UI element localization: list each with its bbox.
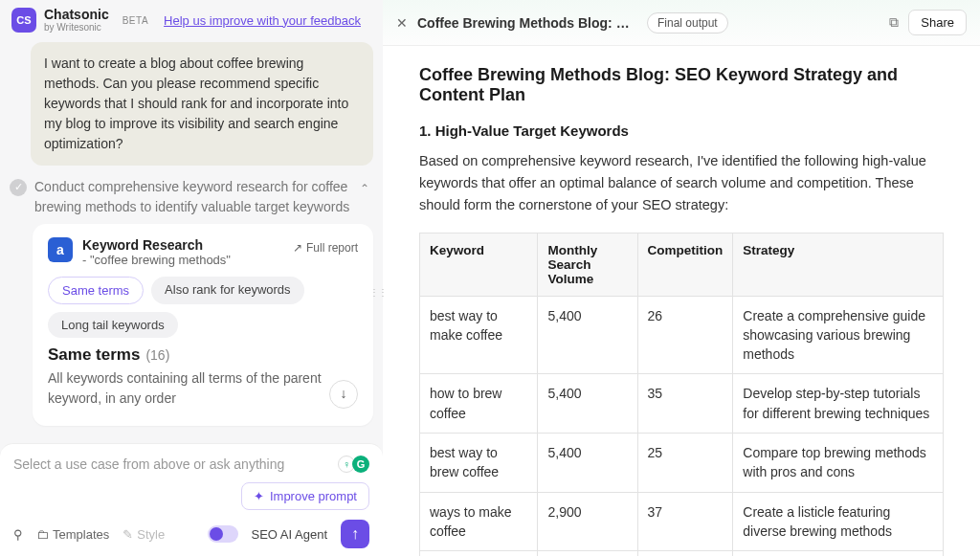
style-label: Style <box>137 527 165 542</box>
col-volume: Monthly Search Volume <box>538 233 637 296</box>
table-cell: how to brew coffee <box>420 374 538 434</box>
final-output-pill: Final output <box>647 12 728 33</box>
brand-name: Chatsonic <box>44 8 109 22</box>
table-cell: Develop step-by-step tutorials for diffe… <box>733 374 944 434</box>
table-cell: 2,900 <box>538 492 637 551</box>
table-cell: 26 <box>637 551 733 556</box>
section-desc: All keywords containing all terms of the… <box>48 368 358 409</box>
composer: Select a use case from above or ask anyt… <box>0 443 383 556</box>
table-row: best way to brew coffee5,40025Compare to… <box>420 434 944 493</box>
section-desc-text: All keywords containing all terms of the… <box>48 370 322 406</box>
chat-pane: CS Chatsonic by Writesonic BETA Help us … <box>0 0 383 556</box>
task-text: Conduct comprehensive keyword research f… <box>34 177 352 216</box>
document-pane: ✕ Coffee Brewing Methods Blog: SEO Keywo… <box>383 0 980 556</box>
send-button[interactable]: ↑ <box>341 520 369 548</box>
table-cell: 35 <box>637 374 733 434</box>
table-row: how to brew coffee5,40035Develop step-by… <box>420 374 944 434</box>
doc-heading-2: 1. High-Value Target Keywords <box>419 122 944 139</box>
improve-prompt-button[interactable]: ✦ Improve prompt <box>241 482 369 510</box>
table-cell: Create a comprehensive guide showcasing … <box>733 296 944 374</box>
beta-badge: BETA <box>122 15 148 26</box>
templates-button[interactable]: 🗀 Templates <box>36 527 109 542</box>
table-cell: Compare top brewing methods with pros an… <box>733 434 944 493</box>
chip-long-tail[interactable]: Long tail keywords <box>48 312 178 338</box>
app-logo: CS <box>11 8 36 33</box>
improve-prompt-label: Improve prompt <box>270 489 357 503</box>
col-competition: Competition <box>637 233 733 296</box>
close-icon[interactable]: ✕ <box>396 15 408 31</box>
doc-intro: Based on comprehensive keyword research,… <box>419 150 944 217</box>
section-title: Same terms <box>48 345 140 365</box>
table-cell: ways to make coffee <box>420 492 538 551</box>
table-cell: 480 <box>538 551 637 556</box>
card-subtitle: - "coffee brewing methods" <box>82 253 231 267</box>
help-link[interactable]: Help us improve with your feedback <box>164 13 361 28</box>
table-cell: 5,400 <box>538 296 637 374</box>
folder-icon: 🗀 <box>36 527 49 542</box>
table-cell: 5,400 <box>538 434 637 493</box>
section-count: (16) <box>145 347 169 363</box>
brand: Chatsonic by Writesonic <box>44 8 109 33</box>
full-report-label: Full report <box>306 241 358 255</box>
pen-icon: ✎ <box>122 527 133 542</box>
table-cell: best way to brew coffee <box>420 434 538 493</box>
table-header-row: Keyword Monthly Search Volume Competitio… <box>420 233 944 296</box>
download-icon: ↓ <box>341 384 347 404</box>
copy-icon[interactable]: ⧉ <box>889 14 899 31</box>
col-keyword: Keyword <box>420 233 538 296</box>
agent-toggle[interactable] <box>208 525 238 543</box>
paperclip-icon: ⚲ <box>13 527 23 542</box>
table-row: different coffee brewing methods48026Pro… <box>420 551 944 556</box>
document-body[interactable]: Coffee Brewing Methods Blog: SEO Keyword… <box>383 46 980 556</box>
style-button[interactable]: ✎ Style <box>122 527 165 542</box>
keywords-table: Keyword Monthly Search Volume Competitio… <box>419 233 944 556</box>
col-strategy: Strategy <box>733 233 944 296</box>
document-title: Coffee Brewing Methods Blog: SEO Keywo..… <box>417 15 637 31</box>
download-button[interactable]: ↓ <box>329 380 358 409</box>
table-cell: 25 <box>637 434 733 493</box>
table-cell: 26 <box>637 296 733 374</box>
table-row: best way to make coffee5,40026Create a c… <box>420 296 944 374</box>
chip-same-terms[interactable]: Same terms <box>48 277 144 304</box>
brand-sub: by Writesonic <box>44 22 109 33</box>
composer-input[interactable]: Select a use case from above or ask anyt… <box>13 456 284 472</box>
filter-chips: Same terms Also rank for keywords <box>48 277 358 304</box>
document-header: ✕ Coffee Brewing Methods Blog: SEO Keywo… <box>383 0 980 46</box>
app-header: CS Chatsonic by Writesonic BETA Help us … <box>0 0 383 38</box>
ahrefs-icon: a <box>48 237 73 262</box>
chip-also-rank[interactable]: Also rank for keywords <box>151 277 304 304</box>
doc-heading-1: Coffee Brewing Methods Blog: SEO Keyword… <box>419 65 944 105</box>
message-area: I want to create a blog about coffee bre… <box>0 38 383 443</box>
grammarly-icon[interactable]: G <box>352 456 369 473</box>
full-report-link[interactable]: ↗ Full report <box>293 241 358 255</box>
resize-handle-icon[interactable]: ⋮⋮ <box>369 287 387 298</box>
table-cell: 37 <box>637 492 733 551</box>
sparkle-icon: ✦ <box>254 489 264 503</box>
task-step[interactable]: ✓ Conduct comprehensive keyword research… <box>10 177 373 224</box>
extension-badges: ♀ G <box>338 456 369 473</box>
table-row: ways to make coffee2,90037Create a listi… <box>420 492 944 551</box>
arrow-up-icon: ↑ <box>351 525 359 543</box>
card-title: Keyword Research <box>82 237 231 253</box>
share-button[interactable]: Share <box>908 10 967 35</box>
user-message: I want to create a blog about coffee bre… <box>31 42 373 166</box>
attach-button[interactable]: ⚲ <box>13 527 23 542</box>
table-cell: different coffee brewing methods <box>420 551 538 556</box>
check-icon: ✓ <box>10 179 27 196</box>
chevron-up-icon[interactable]: ⌃ <box>360 181 369 197</box>
table-cell: 5,400 <box>538 374 637 434</box>
table-cell: Create a listicle featuring diverse brew… <box>733 492 944 551</box>
expand-icon: ↗ <box>293 241 302 255</box>
table-cell: best way to make coffee <box>420 296 538 374</box>
table-cell: Produce an in-depth overview of various … <box>733 551 944 556</box>
keyword-research-card: a Keyword Research - "coffee brewing met… <box>33 224 373 426</box>
templates-label: Templates <box>53 527 109 542</box>
agent-label: SEO AI Agent <box>252 527 328 542</box>
